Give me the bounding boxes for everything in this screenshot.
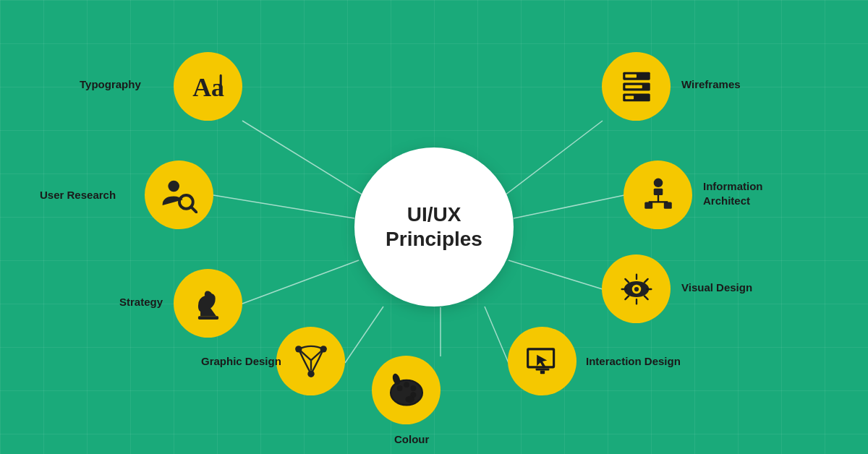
svg-point-23 <box>396 385 402 390</box>
svg-line-5 <box>505 121 603 195</box>
label-information-architect: Information Architect <box>703 179 763 207</box>
svg-text:Aa: Aa <box>192 72 224 101</box>
node-colour <box>372 356 441 424</box>
svg-rect-33 <box>625 85 642 88</box>
diagram-container: UI/UX Principles Aa Typography User Rese… <box>0 0 868 454</box>
label-interaction-design: Interaction Design <box>586 354 681 369</box>
typography-icon: Aa <box>190 69 226 105</box>
label-typography: Typography <box>80 77 141 92</box>
svg-line-1 <box>213 195 354 218</box>
svg-line-2 <box>242 260 359 304</box>
label-user-research: User Research <box>40 188 116 202</box>
label-graphic-design: Graphic Design <box>201 354 281 369</box>
svg-point-24 <box>404 382 409 387</box>
user-research-icon <box>161 177 197 213</box>
node-information-architect <box>624 160 692 229</box>
svg-rect-32 <box>625 74 637 77</box>
svg-line-6 <box>514 195 624 218</box>
label-strategy: Strategy <box>119 295 163 309</box>
svg-rect-37 <box>644 202 652 208</box>
node-typography: Aa <box>174 52 242 121</box>
svg-line-50 <box>625 296 629 299</box>
svg-point-11 <box>168 180 179 192</box>
svg-line-52 <box>625 278 629 282</box>
center-title: UI/UX Principles <box>386 202 482 251</box>
svg-rect-10 <box>219 74 221 94</box>
svg-rect-56 <box>535 368 549 370</box>
svg-point-25 <box>410 385 416 390</box>
node-strategy <box>174 269 242 338</box>
svg-point-35 <box>653 178 663 187</box>
label-wireframes: Wireframes <box>681 77 741 92</box>
svg-rect-14 <box>197 316 218 320</box>
center-circle: UI/UX Principles <box>354 147 514 307</box>
colour-icon <box>388 372 425 408</box>
svg-point-44 <box>634 286 638 291</box>
node-visual-design <box>602 254 671 323</box>
strategy-icon <box>190 286 226 322</box>
node-graphic-design <box>276 327 345 395</box>
svg-line-8 <box>485 307 509 363</box>
interaction-design-icon <box>524 343 561 380</box>
node-user-research <box>145 160 213 229</box>
graphic-design-icon <box>293 343 329 380</box>
svg-rect-34 <box>625 95 634 99</box>
node-wireframes <box>602 52 671 121</box>
svg-point-27 <box>405 395 414 402</box>
svg-line-13 <box>191 207 197 213</box>
node-interaction-design <box>508 327 576 395</box>
label-visual-design: Visual Design <box>681 280 752 295</box>
wireframes-icon <box>618 69 655 105</box>
svg-line-46 <box>644 278 647 282</box>
svg-rect-57 <box>540 370 544 374</box>
svg-line-7 <box>509 260 603 289</box>
svg-line-48 <box>644 296 647 299</box>
information-architect-icon <box>640 177 676 213</box>
svg-rect-38 <box>663 202 671 208</box>
label-colour: Colour <box>394 432 429 447</box>
svg-line-0 <box>242 121 363 195</box>
visual-design-icon <box>618 271 655 307</box>
svg-rect-36 <box>653 188 663 194</box>
svg-line-3 <box>345 307 383 363</box>
